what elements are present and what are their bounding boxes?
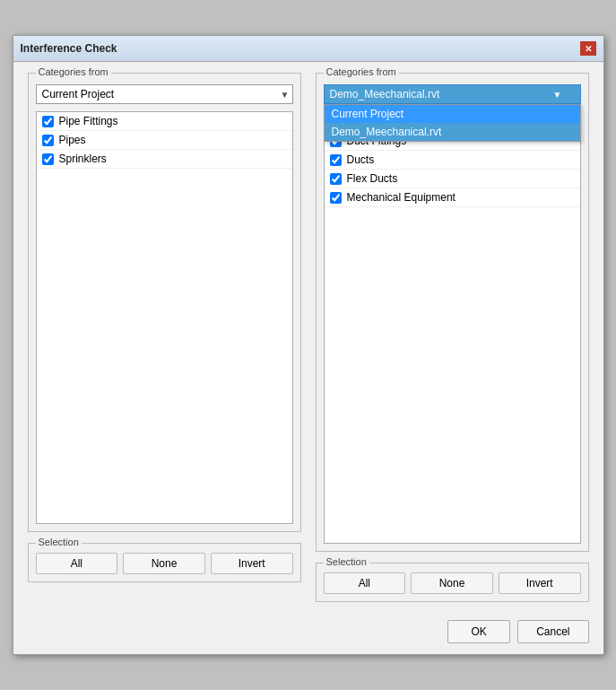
left-list: Pipe Fittings Pipes Sprinklers [36, 111, 293, 524]
list-item-label: Pipe Fittings [59, 115, 118, 127]
interference-check-dialog: Interference Check ✕ Categories from Cur… [13, 35, 604, 655]
left-dropdown[interactable]: Current Project [36, 84, 293, 104]
right-list: Duct Fittings Ducts Flex Ducts Mechanica… [324, 131, 581, 544]
list-item: Pipes [37, 131, 292, 150]
cancel-button[interactable]: Cancel [517, 620, 588, 643]
list-item-label: Mechanical Equipment [347, 191, 455, 204]
list-item-label: Pipes [59, 134, 86, 146]
left-all-button[interactable]: All [36, 553, 118, 574]
list-item: Sprinklers [37, 150, 292, 169]
list-item-label: Flex Ducts [347, 172, 398, 185]
left-selection-buttons: All None Invert [36, 553, 293, 574]
right-dropdown-options: Current Project Demo_Meechanical.rvt [324, 104, 581, 142]
list-item-label: Sprinklers [59, 153, 107, 165]
dialog-footer: OK Cancel [13, 613, 603, 654]
right-dropdown-field[interactable]: Demo_Meechanical.rvt ▼ [324, 84, 581, 104]
right-dropdown-arrow-icon: ▼ [553, 90, 562, 100]
list-item: Flex Ducts [325, 170, 580, 188]
left-invert-button[interactable]: Invert [211, 553, 293, 574]
list-item: Pipe Fittings [37, 112, 292, 131]
left-none-button[interactable]: None [123, 553, 205, 574]
list-item: Mechanical Equipment [325, 188, 580, 207]
list-item-label: Ducts [347, 153, 375, 166]
dropdown-option-current-project[interactable]: Current Project [325, 105, 580, 123]
left-selection-label: Selection [36, 537, 82, 547]
right-dropdown-container: Demo_Meechanical.rvt ▼ Current Project D… [324, 84, 581, 104]
right-selection-buttons: All None Invert [324, 572, 581, 594]
flex-ducts-checkbox[interactable] [330, 173, 342, 185]
left-dropdown-wrapper: Current Project ▼ [36, 84, 293, 104]
right-none-button[interactable]: None [411, 572, 493, 594]
ducts-checkbox[interactable] [330, 154, 342, 166]
dropdown-option-demo[interactable]: Demo_Meechanical.rvt [325, 123, 580, 141]
right-all-button[interactable]: All [324, 572, 406, 594]
left-panel: Categories from Current Project ▼ Pipe F… [28, 73, 301, 602]
right-selection-label: Selection [324, 556, 369, 567]
list-item: Ducts [325, 151, 580, 170]
right-categories-label: Categories from [324, 66, 399, 77]
sprinklers-checkbox[interactable] [42, 153, 54, 165]
left-categories-label: Categories from [36, 66, 111, 77]
dialog-title: Interference Check [21, 42, 117, 55]
ok-button[interactable]: OK [447, 620, 510, 643]
right-dropdown-value: Demo_Meechanical.rvt [330, 88, 440, 100]
titlebar: Interference Check ✕ [13, 36, 603, 62]
close-button[interactable]: ✕ [580, 41, 596, 56]
right-panel: Categories from Demo_Meechanical.rvt ▼ C… [316, 73, 589, 602]
dialog-body: Categories from Current Project ▼ Pipe F… [13, 62, 603, 613]
right-invert-button[interactable]: Invert [499, 572, 581, 594]
pipes-checkbox[interactable] [42, 135, 54, 146]
pipe-fittings-checkbox[interactable] [42, 116, 54, 127]
mechanical-equipment-checkbox[interactable] [330, 192, 342, 204]
